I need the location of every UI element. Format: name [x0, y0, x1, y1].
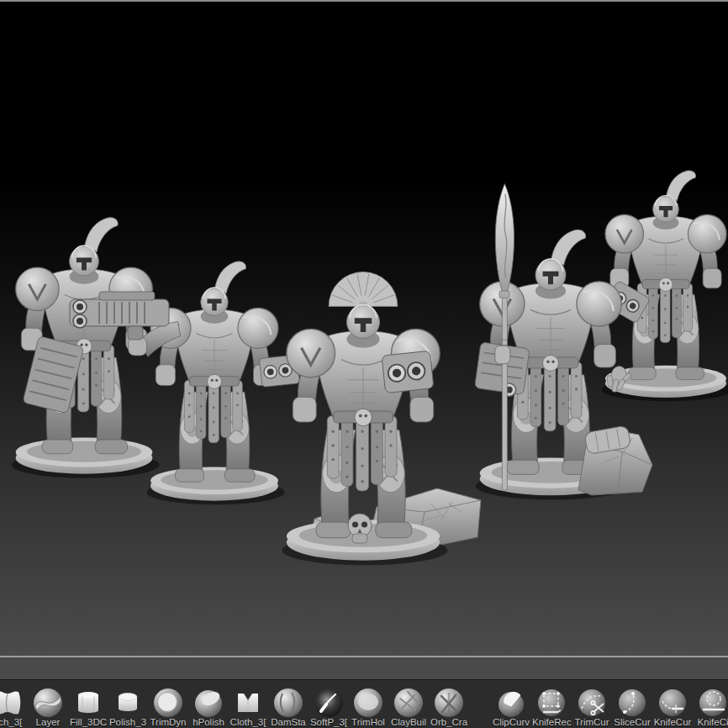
clay-buildup-brush-icon	[392, 686, 425, 720]
brush-layer[interactable]: Layer	[29, 686, 67, 728]
brush-label: nch_3[	[0, 717, 27, 728]
trim-hole-brush-icon	[351, 686, 385, 720]
polish-brush-icon	[111, 686, 145, 720]
brush-label: SoftP_3[	[309, 717, 348, 728]
brush-label: Polish_3	[108, 717, 147, 728]
knife-curve-brush-icon	[656, 686, 689, 720]
brush-label: KnifeCi	[694, 717, 728, 728]
figure-legionary-elevated	[602, 171, 728, 401]
zbrush-window: nch_3[ Layer Fill_3DC Polish_3 TrimDyn h…	[0, 0, 728, 728]
knife-rect-brush-icon	[535, 686, 568, 720]
sculpt-canvas[interactable]	[0, 3, 728, 656]
scene-render	[0, 3, 728, 656]
pinch-brush-icon	[0, 686, 24, 720]
clip-curve-brush-icon	[494, 686, 528, 720]
brush-cloth[interactable]: Cloth_3[	[229, 686, 267, 728]
brush-label: DamSta	[269, 717, 308, 728]
brush-soft-paint[interactable]: SoftP_3[	[309, 686, 348, 728]
brush-polish[interactable]: Polish_3	[108, 686, 147, 728]
fill-3d-brush-icon	[71, 686, 105, 720]
brush-tray: nch_3[ Layer Fill_3DC Polish_3 TrimDyn h…	[0, 679, 728, 728]
brush-dam-standard[interactable]: DamSta	[269, 686, 308, 728]
brush-label: SliceCur	[613, 717, 652, 728]
brush-knife-circle[interactable]: KnifeCi	[694, 686, 728, 728]
brush-orb-cracks[interactable]: Orb_Cra	[430, 686, 468, 728]
brush-label: TrimDyn	[149, 717, 187, 728]
brush-knife-rect[interactable]: KnifeRec	[532, 686, 571, 728]
brush-label: Fill_3DC	[69, 717, 108, 728]
brush-slice-curve[interactable]: SliceCur	[613, 686, 652, 728]
dam-standard-brush-icon	[272, 686, 305, 720]
slice-curve-brush-icon	[615, 686, 649, 720]
brush-clay-buildup[interactable]: ClayBuil	[389, 686, 428, 728]
brush-trim-curve[interactable]: TrimCur	[572, 686, 611, 728]
cloth-brush-icon	[231, 686, 265, 720]
layer-brush-icon	[31, 686, 65, 720]
brush-trim-hole[interactable]: TrimHol	[349, 686, 388, 728]
brush-h-polish[interactable]: hPolish	[189, 686, 228, 728]
window-top-border	[0, 0, 728, 2]
brush-label: ClipCurv	[492, 717, 530, 728]
soft-paint-brush-icon	[312, 686, 346, 720]
brush-label: Layer	[29, 717, 67, 728]
brush-label: TrimHol	[349, 717, 388, 728]
brush-label: KnifeRec	[532, 717, 571, 728]
brush-clip-curve[interactable]: ClipCurv	[492, 686, 530, 728]
knife-circle-brush-icon	[696, 686, 728, 720]
trim-curve-brush-icon	[575, 686, 609, 720]
brush-pinch[interactable]: nch_3[	[0, 686, 27, 728]
brush-label: Orb_Cra	[430, 717, 468, 728]
brush-knife-curve[interactable]: KnifeCur	[653, 686, 692, 728]
brush-trim-dynamic[interactable]: TrimDyn	[149, 686, 187, 728]
h-polish-brush-icon	[192, 686, 225, 720]
brush-label: hPolish	[189, 717, 228, 728]
trim-dynamic-brush-icon	[151, 686, 185, 720]
brush-label: ClayBuil	[389, 717, 428, 728]
canvas-lower-strip	[0, 657, 728, 679]
brush-label: TrimCur	[572, 717, 611, 728]
orb-cracks-brush-icon	[432, 686, 466, 720]
brush-label: Cloth_3[	[229, 717, 267, 728]
brush-fill-3d[interactable]: Fill_3DC	[69, 686, 108, 728]
brush-label: KnifeCur	[653, 717, 692, 728]
